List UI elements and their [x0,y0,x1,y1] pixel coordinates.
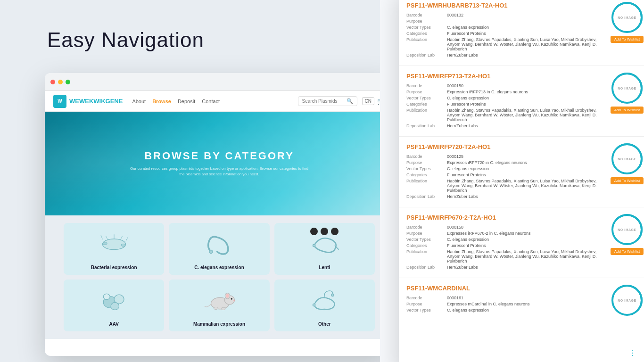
plasmid-card-1: PSF11-WMIRFP713-T2A-HO1 Barcode 0000150 … [399,66,644,137]
mammalian-image [203,283,236,316]
logo: W WEWEKWIKGENE [53,95,123,108]
bacteria-image [98,227,131,260]
field-categories-2: Categories Fluorescent Proteins [406,173,602,177]
logo-text: WEWEKWIKGENE [69,98,123,105]
field-publication-2: Publication Haobin Zhang, Stavros Papada… [406,179,602,193]
category-card-mammalian[interactable]: Mammalian expression [169,280,269,331]
svg-line-4 [125,237,128,241]
plasmid-info-0: PSF11-WMRHUBARB713-T2A-HO1 Barcode 00001… [406,2,602,59]
elegans-image [203,227,236,260]
scroll-indicator: ⋮ [629,348,636,357]
category-card-bacterial[interactable]: Bacterial expression [64,223,164,275]
category-grid: Bacterial expression C. elegans expressi… [45,215,394,339]
svg-point-2 [121,244,125,246]
category-card-aav[interactable]: AAV [64,280,164,331]
plasmid-name-2: PSF11-WMIRFP720-T2A-HO1 [406,143,602,150]
no-image-3: NO IMAGE [611,214,643,245]
field-deposition-0: Deposition Lab Herr/Zuber Labs [406,53,602,58]
field-publication-3: Publication Haobin Zhang, Stavros Papada… [406,249,602,263]
field-deposition-2: Deposition Lab Herr/Zuber Labs [406,194,602,199]
hero-section: BROWSE BY CATEGORY Our curated resources… [45,112,394,215]
browser-mockup: W WEWEKWIKGENE About Browse Deposit Cont… [45,73,394,356]
svg-point-13 [111,302,119,310]
plasmid-card-4: PSF11-WMCARDINAL Barcode 0000161 Purpose… [399,278,644,322]
nav-contact[interactable]: Contact [202,99,220,104]
hero-title: BROWSE BY CATEGORY [144,150,294,162]
aav-image [98,283,131,316]
plasmid-thumb-3: NO IMAGE Add To Wishlist [608,214,644,255]
svg-point-21 [214,307,218,309]
add-wishlist-btn-2[interactable]: Add To Wishlist [611,177,644,184]
svg-point-8 [209,250,213,253]
hero-background [45,112,394,215]
browser-chrome [45,73,394,91]
plasmid-thumb-1: NO IMAGE Add To Wishlist [608,73,644,114]
nav-browse[interactable]: Browse [152,99,171,104]
add-wishlist-btn-0[interactable]: Add To Wishlist [611,36,644,43]
field-deposition-1: Deposition Lab Herr/Zuber Labs [406,123,602,128]
field-vector-1: Vector Types C. elegans expression [406,96,602,100]
svg-point-24 [313,304,315,306]
svg-point-10 [313,244,315,247]
search-bar[interactable]: 🔍 [298,96,357,106]
nav-about[interactable]: About [132,99,146,104]
svg-line-3 [101,235,103,239]
plasmid-info-4: PSF11-WMCARDINAL Barcode 0000161 Purpose… [406,285,602,314]
category-card-other[interactable]: Other [274,280,375,331]
field-purpose-3: Purpose Expresses iRFP670-2 in C. elegan… [406,231,602,236]
page-title: Easy Navigation [47,28,204,52]
field-purpose-1: Purpose Expression iRFP713 in C. elegans… [406,90,602,94]
field-categories-3: Categories Fluorescent Proteins [406,243,602,248]
plasmid-card-3: PSF11-WMIRFP670-2-T2A-HO1 Barcode 000015… [399,207,644,278]
close-dot [50,80,55,84]
add-wishlist-btn-1[interactable]: Add To Wishlist [611,107,644,114]
field-vector-4: Vector Types C. elegans expression [406,308,602,313]
plasmid-thumb-0: NO IMAGE Add To Wishlist [608,2,644,43]
svg-point-18 [226,294,229,297]
field-vector-0: Vector Types C. elegans expression [406,25,602,30]
plasmid-card-0: PSF11-WMRHUBARB713-T2A-HO1 Barcode 00001… [399,0,644,66]
svg-point-20 [233,300,235,301]
svg-point-1 [103,242,107,244]
field-deposition-3: Deposition Lab Herr/Zuber Labs [406,265,602,270]
logo-icon: W [53,95,66,108]
field-purpose-2: Purpose Expresses iRFP720 in C. elegans … [406,160,602,165]
svg-line-7 [120,236,122,240]
field-publication-0: Publication Haobin Zhang, Stavros Papada… [406,37,602,51]
nav-deposit[interactable]: Deposit [178,99,195,104]
plasmid-name-1: PSF11-WMIRFP713-T2A-HO1 [406,73,602,80]
search-icon: 🔍 [347,98,353,104]
plasmid-list: PSF11-WMRHUBARB713-T2A-HO1 Barcode 00001… [399,0,644,362]
field-barcode-4: Barcode 0000161 [406,296,602,300]
field-barcode-2: Barcode 0000125 [406,154,602,159]
category-label-mammalian: Mammalian expression [193,321,245,327]
no-image-1: NO IMAGE [611,73,643,104]
plasmid-thumb-4: NO IMAGE [608,285,644,316]
no-image-2: NO IMAGE [611,143,643,174]
svg-point-22 [221,307,225,310]
hero-subtitle: Our curated resources group plasmids tog… [130,166,309,177]
svg-line-6 [106,236,107,240]
field-publication-1: Publication Haobin Zhang, Stavros Papada… [406,108,602,122]
category-label-bacterial: Bacterial expression [91,265,137,270]
cn-button[interactable]: CN [362,97,374,105]
field-barcode-3: Barcode 0000158 [406,225,602,230]
category-label-aav: AAV [109,321,118,327]
plasmid-name-0: PSF11-WMRHUBARB713-T2A-HO1 [406,2,602,9]
lenti-image [308,227,341,260]
plasmid-name-3: PSF11-WMIRFP670-2-T2A-HO1 [406,214,602,221]
category-card-elegans[interactable]: C. elegans expression [169,223,269,275]
search-input[interactable] [302,99,345,104]
nav-links: About Browse Deposit Contact [132,99,220,104]
category-card-lenti[interactable]: Lenti [274,223,375,275]
svg-point-14 [103,294,110,299]
right-panel: PSF11-WMRHUBARB713-T2A-HO1 Barcode 00001… [380,0,644,362]
no-image-4: NO IMAGE [611,285,643,316]
no-image-0: NO IMAGE [611,2,643,33]
plasmid-thumb-2: NO IMAGE Add To Wishlist [608,143,644,184]
category-label-elegans: C. elegans expression [194,265,244,270]
plasmid-info-2: PSF11-WMIRFP720-T2A-HO1 Barcode 0000125 … [406,143,602,200]
svg-point-23 [331,294,334,296]
field-vector-2: Vector Types C. elegans expression [406,166,602,171]
add-wishlist-btn-3[interactable]: Add To Wishlist [611,248,644,255]
